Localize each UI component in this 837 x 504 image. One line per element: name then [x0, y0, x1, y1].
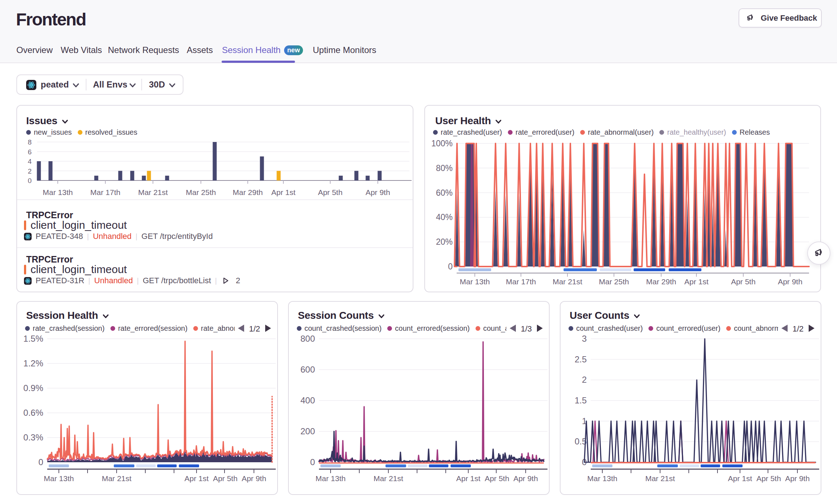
- svg-text:1.2%: 1.2%: [23, 358, 43, 368]
- svg-text:Apr 1st: Apr 1st: [456, 474, 481, 483]
- svg-text:Mar 17th: Mar 17th: [506, 277, 536, 286]
- svg-text:Mar 21st: Mar 21st: [102, 474, 132, 483]
- svg-text:100%: 100%: [431, 139, 453, 148]
- svg-text:Apr 9th: Apr 9th: [513, 474, 538, 483]
- svg-text:Apr 1st: Apr 1st: [728, 474, 752, 483]
- svg-text:Mar 13th: Mar 13th: [460, 277, 490, 286]
- svg-text:2: 2: [28, 167, 32, 175]
- svg-text:Apr 5th: Apr 5th: [318, 188, 343, 196]
- svg-text:Mar 25th: Mar 25th: [599, 277, 629, 286]
- svg-text:8: 8: [28, 138, 32, 146]
- svg-text:Mar 21st: Mar 21st: [553, 277, 582, 286]
- svg-text:Apr 1st: Apr 1st: [185, 474, 209, 483]
- svg-text:80%: 80%: [436, 163, 453, 173]
- svg-text:Apr 5th: Apr 5th: [731, 277, 756, 286]
- svg-text:0.3%: 0.3%: [23, 432, 43, 442]
- svg-text:800: 800: [300, 334, 315, 344]
- svg-text:Apr 5th: Apr 5th: [485, 474, 509, 483]
- svg-text:1.5: 1.5: [575, 395, 587, 405]
- svg-text:0: 0: [39, 457, 43, 467]
- svg-text:Mar 21st: Mar 21st: [373, 474, 403, 483]
- svg-text:400: 400: [300, 395, 315, 405]
- svg-text:Apr 1st: Apr 1st: [684, 277, 709, 286]
- svg-text:Mar 13th: Mar 13th: [44, 474, 74, 483]
- svg-text:0: 0: [310, 457, 315, 467]
- svg-text:40%: 40%: [436, 212, 453, 222]
- svg-text:Apr 9th: Apr 9th: [785, 474, 810, 483]
- svg-text:Apr 9th: Apr 9th: [778, 277, 802, 286]
- svg-text:Mar 17th: Mar 17th: [90, 188, 121, 196]
- svg-text:6: 6: [28, 148, 32, 156]
- svg-text:20%: 20%: [436, 237, 453, 247]
- svg-text:Mar 13th: Mar 13th: [43, 188, 73, 196]
- svg-text:Mar 29th: Mar 29th: [233, 188, 263, 196]
- svg-text:Mar 21st: Mar 21st: [138, 188, 168, 196]
- svg-text:0.6%: 0.6%: [23, 408, 43, 418]
- svg-text:Apr 5th: Apr 5th: [756, 474, 781, 483]
- svg-text:Mar 13th: Mar 13th: [587, 474, 618, 483]
- svg-text:Mar 29th: Mar 29th: [646, 277, 676, 286]
- svg-text:3: 3: [582, 334, 587, 344]
- svg-text:Mar 21st: Mar 21st: [645, 474, 675, 483]
- svg-text:4: 4: [28, 158, 32, 165]
- svg-text:Mar 13th: Mar 13th: [316, 474, 346, 483]
- svg-text:0: 0: [448, 262, 453, 271]
- svg-text:200: 200: [300, 426, 315, 436]
- svg-text:Mar 25th: Mar 25th: [186, 188, 216, 196]
- svg-text:0.9%: 0.9%: [23, 383, 43, 393]
- svg-text:60%: 60%: [436, 188, 453, 198]
- svg-text:1.5%: 1.5%: [23, 334, 43, 344]
- svg-text:2.5: 2.5: [575, 354, 587, 364]
- svg-text:Apr 1st: Apr 1st: [271, 188, 296, 196]
- svg-text:0: 0: [28, 177, 32, 184]
- svg-text:600: 600: [300, 365, 315, 374]
- svg-text:Apr 9th: Apr 9th: [242, 474, 266, 483]
- svg-text:2: 2: [582, 375, 587, 385]
- svg-text:Apr 9th: Apr 9th: [365, 188, 390, 196]
- svg-text:Apr 5th: Apr 5th: [213, 474, 238, 483]
